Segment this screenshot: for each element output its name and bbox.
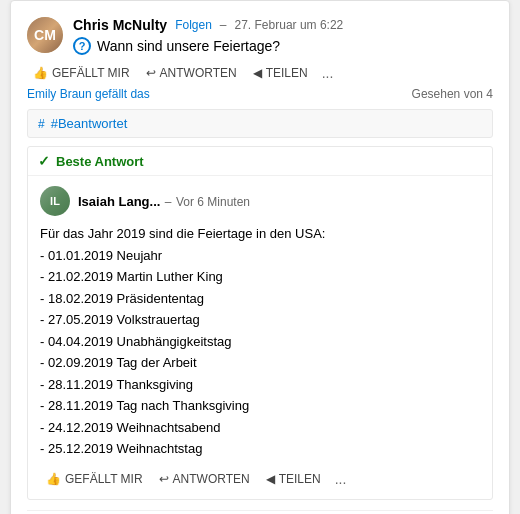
holiday-item: - 24.12.2019 Weihnachtsabend [40,418,480,438]
check-icon: ✓ [38,153,50,169]
holiday-item: - 25.12.2019 Weihnachtstag [40,439,480,459]
answer-action-bar: 👍 GEFÄLLT MIR ↩ ANTWORTEN ◀ TEILEN ... [40,469,480,489]
reply-label: ANTWORTEN [160,66,237,80]
answer-reply-label: ANTWORTEN [173,472,250,486]
like-info[interactable]: Emily Braun gefällt das [27,87,150,101]
post-action-bar: 👍 GEFÄLLT MIR ↩ ANTWORTEN ◀ TEILEN ... [27,63,493,83]
answer-meta: Isaiah Lang... – Vor 6 Minuten [78,192,250,210]
answer-separator: – [165,195,172,209]
holiday-item: - 27.05.2019 Volkstrauertag [40,310,480,330]
post-time: 27. Februar um 6:22 [235,18,344,32]
answer-like-icon: 👍 [46,472,61,486]
post-separator: – [220,18,227,32]
answer-share-icon: ◀ [266,472,275,486]
answer-like-button[interactable]: 👍 GEFÄLLT MIR [40,470,149,488]
answer-author-name: Isaiah Lang... [78,194,160,209]
reply-input-row: IL ★ Antwort schreiben 📎 [27,510,493,515]
answer-reply-button[interactable]: ↩ ANTWORTEN [153,470,256,488]
holiday-list: - 01.01.2019 Neujahr- 21.02.2019 Martin … [40,246,480,459]
holiday-item: - 01.01.2019 Neujahr [40,246,480,266]
author-avatar: CM [27,17,63,53]
answer-share-label: TEILEN [279,472,321,486]
answer-like-label: GEFÄLLT MIR [65,472,143,486]
author-avatar-img: CM [27,17,63,53]
answer-content: Für das Jahr 2019 sind die Feiertage in … [40,224,480,459]
like-button[interactable]: 👍 GEFÄLLT MIR [27,64,136,82]
seen-info: Gesehen von 4 [412,87,493,101]
answer-header: IL Isaiah Lang... – Vor 6 Minuten [40,186,480,216]
share-label: TEILEN [266,66,308,80]
reply-button[interactable]: ↩ ANTWORTEN [140,64,243,82]
answer-reply-icon: ↩ [159,472,169,486]
tag-icon: # [38,117,45,131]
like-label: GEFÄLLT MIR [52,66,130,80]
holiday-item: - 04.04.2019 Unabhängigkeitstag [40,332,480,352]
question-icon: ? [73,37,91,55]
like-info-row: Emily Braun gefällt das Gesehen von 4 [27,87,493,101]
tag-section: # #Beantwortet [27,109,493,138]
post-card: CM Chris McNulty Folgen – 27. Februar um… [10,0,510,514]
post-question: ? Wann sind unsere Feiertage? [73,37,493,55]
holiday-item: - 02.09.2019 Tag der Arbeit [40,353,480,373]
post-header: CM Chris McNulty Folgen – 27. Februar um… [27,17,493,55]
holiday-item: - 28.11.2019 Tag nach Thanksgiving [40,396,480,416]
share-icon: ◀ [253,66,262,80]
post-meta-top: Chris McNulty Folgen – 27. Februar um 6:… [73,17,493,33]
best-answer-header: ✓ Beste Antwort [28,147,492,176]
tag-label[interactable]: #Beantwortet [51,116,128,131]
question-text: Wann sind unsere Feiertage? [97,38,280,54]
author-name: Chris McNulty [73,17,167,33]
best-answer-label: Beste Antwort [56,154,144,169]
more-button[interactable]: ... [318,63,338,83]
answer-more-button[interactable]: ... [331,469,351,489]
post-meta: Chris McNulty Folgen – 27. Februar um 6:… [73,17,493,55]
holiday-item: - 28.11.2019 Thanksgiving [40,375,480,395]
answer-intro: Für das Jahr 2019 sind die Feiertage in … [40,224,480,244]
share-button[interactable]: ◀ TEILEN [247,64,314,82]
answer-author-avatar: IL [40,186,70,216]
answer-share-button[interactable]: ◀ TEILEN [260,470,327,488]
best-answer-section: ✓ Beste Antwort IL Isaiah Lang... – Vor … [27,146,493,500]
holiday-item: - 18.02.2019 Präsidententag [40,289,480,309]
reply-icon: ↩ [146,66,156,80]
answer-time: Vor 6 Minuten [176,195,250,209]
like-icon: 👍 [33,66,48,80]
holiday-item: - 21.02.2019 Martin Luther King [40,267,480,287]
follow-button[interactable]: Folgen [175,18,212,32]
best-answer-body: IL Isaiah Lang... – Vor 6 Minuten Für da… [28,176,492,499]
